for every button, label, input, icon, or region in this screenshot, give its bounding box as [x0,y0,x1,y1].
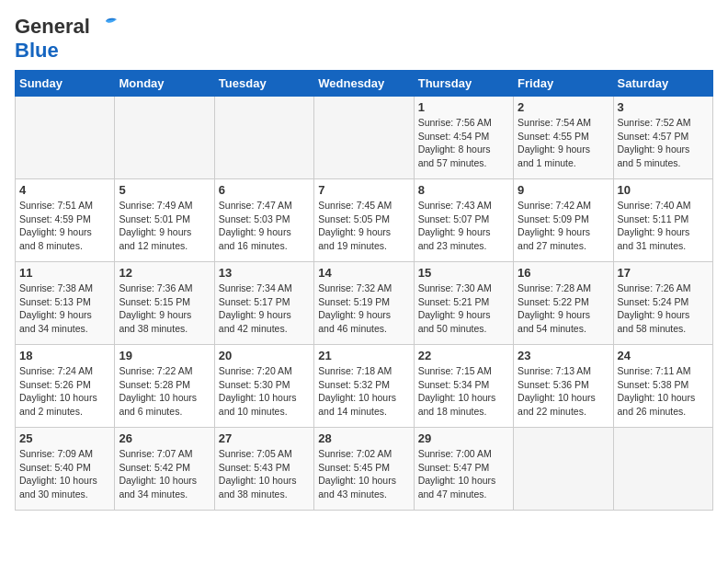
day-info: Sunrise: 7:34 AMSunset: 5:17 PMDaylight:… [219,282,310,336]
calendar-cell [514,428,613,511]
calendar-cell: 9Sunrise: 7:42 AMSunset: 5:09 PMDaylight… [514,179,613,262]
calendar-cell: 4Sunrise: 7:51 AMSunset: 4:59 PMDaylight… [16,179,115,262]
day-number: 6 [219,183,310,197]
day-info: Sunrise: 7:20 AMSunset: 5:30 PMDaylight:… [219,364,310,419]
day-info: Sunrise: 7:36 AMSunset: 5:15 PMDaylight:… [119,282,210,336]
day-number: 18 [19,349,110,362]
calendar-cell: 28Sunrise: 7:02 AMSunset: 5:45 PMDayligh… [314,428,414,511]
day-info: Sunrise: 7:15 AMSunset: 5:34 PMDaylight:… [418,364,509,419]
calendar-cell: 2Sunrise: 7:54 AMSunset: 4:55 PMDaylight… [514,97,613,179]
day-number: 14 [318,266,409,280]
day-info: Sunrise: 7:30 AMSunset: 5:21 PMDaylight:… [418,282,509,336]
day-info: Sunrise: 7:26 AMSunset: 5:24 PMDaylight:… [618,282,709,336]
day-number: 1 [418,100,509,114]
day-number: 11 [19,266,110,280]
logo-bird-icon [93,17,119,34]
calendar-cell: 11Sunrise: 7:38 AMSunset: 5:13 PMDayligh… [16,262,115,345]
day-number: 25 [19,431,110,445]
day-number: 22 [418,349,509,362]
day-number: 24 [618,349,709,362]
calendar-cell: 8Sunrise: 7:43 AMSunset: 5:07 PMDaylight… [414,179,513,262]
calendar-cell: 25Sunrise: 7:09 AMSunset: 5:40 PMDayligh… [16,428,115,511]
calendar-cell: 26Sunrise: 7:07 AMSunset: 5:42 PMDayligh… [115,428,214,511]
day-number: 17 [618,266,709,280]
calendar-cell: 20Sunrise: 7:20 AMSunset: 5:30 PMDayligh… [214,345,313,428]
day-number: 12 [119,266,210,280]
calendar-cell: 27Sunrise: 7:05 AMSunset: 5:43 PMDayligh… [214,428,313,511]
day-info: Sunrise: 7:49 AMSunset: 5:01 PMDaylight:… [119,199,210,253]
day-info: Sunrise: 7:45 AMSunset: 5:05 PMDaylight:… [318,199,409,253]
day-info: Sunrise: 7:22 AMSunset: 5:28 PMDaylight:… [119,364,210,419]
day-info: Sunrise: 7:52 AMSunset: 4:57 PMDaylight:… [618,116,709,170]
calendar-cell: 6Sunrise: 7:47 AMSunset: 5:03 PMDaylight… [214,179,313,262]
day-number: 19 [119,349,210,362]
day-info: Sunrise: 7:05 AMSunset: 5:43 PMDaylight:… [219,447,310,501]
day-number: 10 [618,183,709,197]
week-row-3: 11Sunrise: 7:38 AMSunset: 5:13 PMDayligh… [16,262,713,345]
calendar-cell [16,97,115,179]
day-number: 7 [318,183,409,197]
calendar-cell: 10Sunrise: 7:40 AMSunset: 5:11 PMDayligh… [613,179,712,262]
week-row-2: 4Sunrise: 7:51 AMSunset: 4:59 PMDaylight… [16,179,713,262]
day-info: Sunrise: 7:56 AMSunset: 4:54 PMDaylight:… [418,116,509,170]
weekday-header-monday: Monday [115,71,214,97]
calendar-cell: 24Sunrise: 7:11 AMSunset: 5:38 PMDayligh… [613,345,712,428]
day-info: Sunrise: 7:42 AMSunset: 5:09 PMDaylight:… [518,199,609,253]
day-number: 8 [418,183,509,197]
calendar-cell: 15Sunrise: 7:30 AMSunset: 5:21 PMDayligh… [414,262,513,345]
day-number: 15 [418,266,509,280]
calendar-cell: 23Sunrise: 7:13 AMSunset: 5:36 PMDayligh… [514,345,613,428]
calendar-cell: 5Sunrise: 7:49 AMSunset: 5:01 PMDaylight… [115,179,214,262]
day-number: 27 [219,431,310,445]
day-info: Sunrise: 7:09 AMSunset: 5:40 PMDaylight:… [19,447,110,501]
weekday-header-friday: Friday [514,71,613,97]
day-number: 5 [119,183,210,197]
calendar-cell: 14Sunrise: 7:32 AMSunset: 5:19 PMDayligh… [314,262,414,345]
calendar-cell: 29Sunrise: 7:00 AMSunset: 5:47 PMDayligh… [414,428,513,511]
day-info: Sunrise: 7:54 AMSunset: 4:55 PMDaylight:… [518,116,609,170]
day-number: 28 [318,431,409,445]
calendar-cell: 22Sunrise: 7:15 AMSunset: 5:34 PMDayligh… [414,345,513,428]
day-number: 21 [318,349,409,362]
calendar-cell: 3Sunrise: 7:52 AMSunset: 4:57 PMDaylight… [613,97,712,179]
day-info: Sunrise: 7:38 AMSunset: 5:13 PMDaylight:… [19,282,110,336]
day-number: 20 [219,349,310,362]
page-header: General Blue [15,15,713,63]
calendar-cell: 13Sunrise: 7:34 AMSunset: 5:17 PMDayligh… [214,262,313,345]
weekday-header-sunday: Sunday [16,71,115,97]
weekday-header-row: SundayMondayTuesdayWednesdayThursdayFrid… [16,71,713,97]
day-number: 2 [518,100,609,114]
day-info: Sunrise: 7:24 AMSunset: 5:26 PMDaylight:… [19,364,110,419]
day-info: Sunrise: 7:32 AMSunset: 5:19 PMDaylight:… [318,282,409,336]
calendar-cell: 12Sunrise: 7:36 AMSunset: 5:15 PMDayligh… [115,262,214,345]
day-number: 9 [518,183,609,197]
day-info: Sunrise: 7:47 AMSunset: 5:03 PMDaylight:… [219,199,310,253]
day-number: 23 [518,349,609,362]
day-info: Sunrise: 7:40 AMSunset: 5:11 PMDaylight:… [618,199,709,253]
weekday-header-thursday: Thursday [414,71,513,97]
calendar-cell: 7Sunrise: 7:45 AMSunset: 5:05 PMDaylight… [314,179,414,262]
day-info: Sunrise: 7:02 AMSunset: 5:45 PMDaylight:… [318,447,409,501]
calendar-cell [115,97,214,179]
logo-blue: Blue [15,39,59,63]
day-info: Sunrise: 7:51 AMSunset: 4:59 PMDaylight:… [19,199,110,253]
day-info: Sunrise: 7:00 AMSunset: 5:47 PMDaylight:… [418,447,509,501]
calendar-cell: 16Sunrise: 7:28 AMSunset: 5:22 PMDayligh… [514,262,613,345]
weekday-header-wednesday: Wednesday [314,71,414,97]
logo-general: General [15,15,90,39]
day-number: 16 [518,266,609,280]
calendar-cell: 19Sunrise: 7:22 AMSunset: 5:28 PMDayligh… [115,345,214,428]
day-info: Sunrise: 7:43 AMSunset: 5:07 PMDaylight:… [418,199,509,253]
day-info: Sunrise: 7:13 AMSunset: 5:36 PMDaylight:… [518,364,609,419]
weekday-header-saturday: Saturday [613,71,712,97]
logo: General Blue [15,15,119,63]
calendar-cell [613,428,712,511]
calendar-cell [314,97,414,179]
day-number: 26 [119,431,210,445]
day-number: 13 [219,266,310,280]
day-info: Sunrise: 7:28 AMSunset: 5:22 PMDaylight:… [518,282,609,336]
day-info: Sunrise: 7:18 AMSunset: 5:32 PMDaylight:… [318,364,409,419]
day-info: Sunrise: 7:07 AMSunset: 5:42 PMDaylight:… [119,447,210,501]
calendar-cell: 21Sunrise: 7:18 AMSunset: 5:32 PMDayligh… [314,345,414,428]
week-row-1: 1Sunrise: 7:56 AMSunset: 4:54 PMDaylight… [16,97,713,179]
